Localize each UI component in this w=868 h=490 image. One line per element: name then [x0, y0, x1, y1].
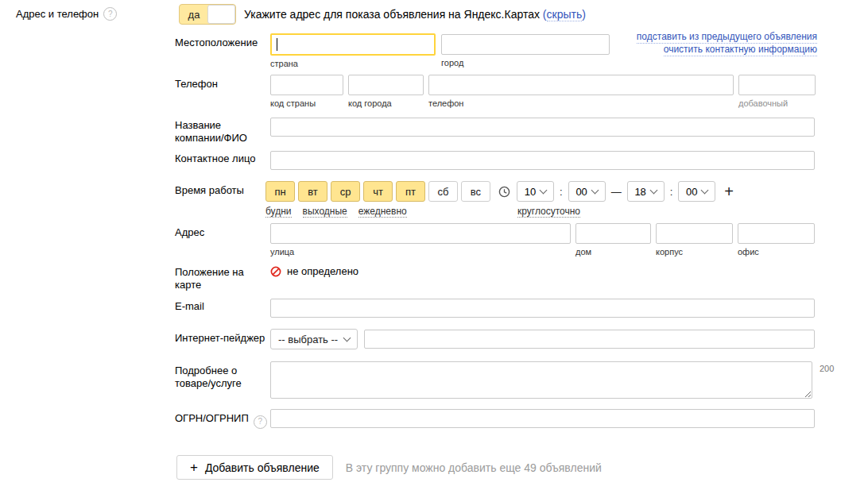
- extension-input[interactable]: [738, 75, 816, 95]
- address-toggle[interactable]: да: [179, 4, 236, 25]
- plus-icon: +: [190, 461, 198, 474]
- around-clock-link[interactable]: круглосуточно: [517, 206, 580, 218]
- details-row: Подробнее о товаре/услуге 200: [175, 361, 834, 399]
- footer: + Добавить объявление В эту группу можно…: [176, 455, 602, 480]
- email-label: E-mail: [175, 299, 270, 318]
- address-phone-form: Адрес и телефон ? да Укажите адрес для п…: [0, 0, 868, 490]
- office-input[interactable]: [738, 223, 815, 244]
- city-code-hint: код города: [348, 98, 424, 108]
- pager-input[interactable]: [364, 330, 815, 349]
- worktime-row: Время работы пн вт ср чт пт сб вс будни …: [175, 181, 734, 218]
- group-capacity-note: В эту группу можно добавить еще 49 объяв…: [346, 461, 602, 474]
- clear-contact-info-link[interactable]: очистить контактную информацию: [664, 44, 817, 56]
- weekday-buttons: пн вт ср чт пт сб вс: [265, 181, 490, 202]
- preset-weekends-link[interactable]: выходные: [303, 206, 347, 218]
- day-button-mon[interactable]: пн: [265, 181, 295, 202]
- map-position-label: Положение на карте: [175, 263, 270, 291]
- house-hint: дом: [575, 247, 651, 257]
- city-input[interactable]: [441, 34, 610, 55]
- fill-from-previous-link[interactable]: подставить из предыдущего объявления: [637, 31, 817, 44]
- map-position-status: не определено: [270, 263, 358, 277]
- ogrn-help-icon[interactable]: ?: [254, 415, 267, 429]
- worktime-label: Время работы: [175, 181, 270, 218]
- pager-row: Интернет-пейджер -- выбрать --: [175, 329, 815, 349]
- ogrn-label: ОГРН/ОГРНИП?: [175, 409, 270, 429]
- char-counter: 200: [820, 364, 834, 373]
- details-textarea[interactable]: [270, 361, 812, 399]
- preset-weekdays-link[interactable]: будни: [265, 206, 292, 218]
- office-hint: офис: [738, 247, 815, 257]
- day-button-sun[interactable]: вс: [461, 181, 490, 202]
- company-row: Название компании/ФИО: [175, 118, 815, 145]
- location-row: Местоположение страна город: [175, 33, 610, 68]
- to-hour-select[interactable]: 18: [627, 181, 665, 202]
- contact-actions: подставить из предыдущего объявления очи…: [637, 31, 817, 56]
- day-button-wed[interactable]: ср: [331, 181, 360, 202]
- company-name-input[interactable]: [270, 118, 815, 137]
- map-position-status-text: не определено: [287, 265, 358, 277]
- chevron-down-icon: [701, 186, 709, 194]
- city-hint: город: [441, 58, 610, 68]
- hide-link[interactable]: скрыть: [547, 8, 583, 21]
- clock-icon: [498, 186, 510, 198]
- day-button-tue[interactable]: вт: [298, 181, 327, 202]
- help-icon[interactable]: ?: [103, 7, 117, 21]
- toggle-knob[interactable]: [207, 5, 235, 24]
- instruction-text: Укажите адрес для показа объявления на Я…: [244, 8, 586, 21]
- map-position-row: Положение на карте не определено: [175, 263, 358, 291]
- text-caret: [277, 38, 277, 51]
- company-label: Название компании/ФИО: [175, 118, 270, 145]
- toggle-on-label: да: [180, 5, 208, 24]
- phone-label: Телефон: [175, 75, 270, 108]
- city-code-input[interactable]: [348, 75, 424, 95]
- chevron-down-icon: [591, 186, 599, 194]
- street-hint: улица: [270, 247, 571, 257]
- from-hour-select[interactable]: 10: [517, 181, 554, 202]
- house-input[interactable]: [575, 223, 651, 244]
- section-title: Адрес и телефон ?: [16, 7, 117, 21]
- section-title-label: Адрес и телефон: [16, 8, 99, 20]
- address-label: Адрес: [175, 223, 270, 257]
- email-row: E-mail: [175, 299, 815, 318]
- country-hint: страна: [270, 59, 436, 68]
- pager-type-select[interactable]: -- выбрать --: [270, 329, 358, 349]
- phone-row: Телефон код страны код города телефон до…: [175, 75, 816, 108]
- chevron-down-icon: [540, 186, 548, 194]
- country-code-input[interactable]: [270, 75, 343, 95]
- address-row: Адрес улица дом корпус офис: [175, 223, 815, 257]
- street-input[interactable]: [270, 223, 571, 244]
- email-input[interactable]: [270, 299, 815, 318]
- add-worktime-interval-button[interactable]: +: [724, 183, 734, 200]
- location-label: Местоположение: [175, 33, 270, 68]
- ogrn-row: ОГРН/ОГРНИП?: [175, 409, 815, 429]
- chevron-down-icon: [649, 186, 657, 194]
- contact-person-row: Контактное лицо: [175, 151, 815, 170]
- country-input[interactable]: [270, 33, 436, 56]
- phone-number-input[interactable]: [428, 75, 734, 95]
- building-hint: корпус: [656, 247, 733, 257]
- contact-person-label: Контактное лицо: [175, 151, 270, 170]
- country-code-hint: код страны: [270, 98, 343, 108]
- pager-label: Интернет-пейджер: [175, 329, 270, 349]
- ogrn-input[interactable]: [270, 409, 815, 428]
- building-input[interactable]: [656, 223, 733, 244]
- day-button-thu[interactable]: чт: [363, 181, 393, 202]
- add-ad-button[interactable]: + Добавить объявление: [176, 455, 333, 480]
- not-defined-icon: [270, 266, 281, 277]
- to-minute-select[interactable]: 00: [678, 181, 715, 202]
- day-button-sat[interactable]: сб: [428, 181, 458, 202]
- from-minute-select[interactable]: 00: [568, 181, 606, 202]
- day-presets: будни выходные ежедневно: [265, 206, 490, 218]
- chevron-down-icon: [343, 334, 351, 341]
- details-label: Подробнее о товаре/услуге: [175, 361, 270, 399]
- day-button-fri[interactable]: пт: [396, 181, 425, 202]
- preset-daily-link[interactable]: ежедневно: [358, 206, 407, 218]
- contact-person-input[interactable]: [270, 151, 815, 170]
- phone-number-hint: телефон: [428, 98, 734, 108]
- extension-hint: добавочный: [738, 98, 816, 108]
